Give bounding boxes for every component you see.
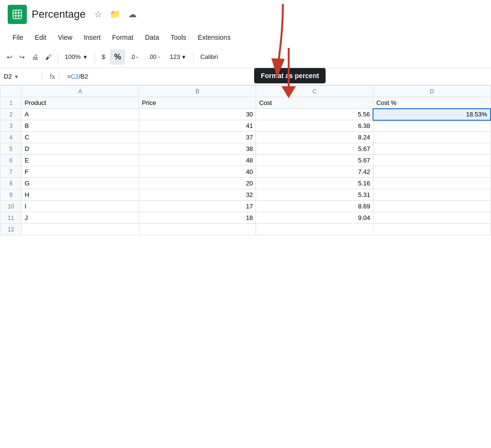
table-row: 5 D 38 5.67 [0, 143, 491, 155]
undo-button[interactable]: ↩ [4, 51, 15, 63]
cell-c12[interactable] [256, 224, 374, 235]
cell-c7[interactable]: 7.42 [256, 166, 374, 178]
cell-a2[interactable]: A [22, 109, 139, 120]
cell-d2[interactable]: 18.53% [373, 109, 491, 120]
cell-d11[interactable] [373, 212, 491, 224]
cell-a7[interactable]: F [22, 166, 139, 178]
menu-format[interactable]: Format [107, 32, 138, 43]
font-name: Calibri [200, 53, 218, 60]
row-num-11: 11 [0, 212, 22, 224]
table-row: 7 F 40 7.42 [0, 166, 491, 178]
svg-rect-0 [13, 10, 22, 19]
formula-bar: D2 ▼ fx =C2/B2 [0, 68, 491, 85]
cell-a9[interactable]: H [22, 189, 139, 201]
cell-c1[interactable]: Cost [256, 97, 374, 109]
col-header-b[interactable]: B [139, 86, 256, 97]
cell-a6[interactable]: E [22, 155, 139, 166]
separator-3 [193, 51, 194, 63]
more-formats-button[interactable]: 123 ▼ [166, 51, 190, 62]
menu-extensions[interactable]: Extensions [193, 32, 235, 43]
cell-b8[interactable]: 20 [139, 178, 256, 189]
cell-a10[interactable]: I [22, 201, 139, 212]
cell-a8[interactable]: G [22, 178, 139, 189]
cell-c9[interactable]: 5.31 [256, 189, 374, 201]
toolbar: ↩ ↪ 🖨 🖌 100% ▼ $ % .0← .00→ 123 ▼ Calibr… [0, 46, 491, 68]
cell-c10[interactable]: 8.69 [256, 201, 374, 212]
cell-b2[interactable]: 30 [139, 109, 256, 120]
decimal-inc-button[interactable]: .00→ [144, 52, 165, 62]
cell-c4[interactable]: 8.24 [256, 132, 374, 143]
cell-b10[interactable]: 17 [139, 201, 256, 212]
cell-c6[interactable]: 5.67 [256, 155, 374, 166]
font-button[interactable]: Calibri [197, 51, 222, 62]
cell-d7[interactable] [373, 166, 491, 178]
menu-edit[interactable]: Edit [30, 32, 51, 43]
cell-c11[interactable]: 9.04 [256, 212, 374, 224]
cell-a4[interactable]: C [22, 132, 139, 143]
zoom-button[interactable]: 100% ▼ [61, 51, 92, 62]
table-row: 3 B 41 6.38 [0, 120, 491, 132]
cell-b12[interactable] [139, 224, 256, 235]
table-row: 11 J 18 9.04 [0, 212, 491, 224]
col-header-c[interactable]: C [256, 86, 374, 97]
cell-b4[interactable]: 37 [139, 132, 256, 143]
cell-ref-chevron-icon: ▼ [14, 74, 19, 80]
cell-a5[interactable]: D [22, 143, 139, 155]
cell-b9[interactable]: 32 [139, 189, 256, 201]
redo-button[interactable]: ↪ [16, 51, 28, 63]
cell-b3[interactable]: 41 [139, 120, 256, 132]
row-num-10: 10 [0, 201, 22, 212]
cell-a3[interactable]: B [22, 120, 139, 132]
cell-c3[interactable]: 6.38 [256, 120, 374, 132]
col-header-a[interactable]: A [22, 86, 139, 97]
dollar-format-button[interactable]: $ [98, 51, 109, 62]
cell-c8[interactable]: 5.16 [256, 178, 374, 189]
row-num-4: 4 [0, 132, 22, 143]
folder-icon[interactable]: 📁 [108, 7, 122, 22]
column-headers-row: A B C D [0, 86, 491, 97]
cell-d12[interactable] [373, 224, 491, 235]
print-button[interactable]: 🖨 [29, 51, 41, 63]
cell-c5[interactable]: 5.67 [256, 143, 374, 155]
table-row: 2 A 30 5.56 18.53% [0, 109, 491, 120]
row-num-3: 3 [0, 120, 22, 132]
cell-b5[interactable]: 38 [139, 143, 256, 155]
cell-a1[interactable]: Product [22, 97, 139, 109]
cell-a12[interactable] [22, 224, 139, 235]
corner-cell [0, 86, 22, 97]
paint-format-button[interactable]: 🖌 [42, 51, 55, 63]
cell-reference-box[interactable]: D2 ▼ [4, 73, 42, 80]
table-row: 1 Product Price Cost Cost % [0, 97, 491, 109]
decimal-dec-button[interactable]: .0← [126, 52, 143, 62]
menu-file[interactable]: File [8, 32, 28, 43]
col-header-d[interactable]: D [373, 86, 491, 97]
cell-d9[interactable] [373, 189, 491, 201]
cell-d10[interactable] [373, 201, 491, 212]
cell-b11[interactable]: 18 [139, 212, 256, 224]
cell-b1[interactable]: Price [139, 97, 256, 109]
row-num-2: 2 [0, 109, 22, 120]
menu-data[interactable]: Data [140, 32, 164, 43]
cell-d6[interactable] [373, 155, 491, 166]
cell-b7[interactable]: 40 [139, 166, 256, 178]
menu-insert[interactable]: Insert [79, 32, 105, 43]
percent-format-button[interactable]: % [110, 49, 125, 65]
cell-b6[interactable]: 48 [139, 155, 256, 166]
row-num-12: 12 [0, 224, 22, 235]
cell-a11[interactable]: J [22, 212, 139, 224]
cell-d3[interactable] [373, 120, 491, 132]
cell-c2[interactable]: 5.56 [256, 109, 374, 120]
table-row: 4 C 37 8.24 [0, 132, 491, 143]
table-row: 12 [0, 224, 491, 235]
cloud-icon[interactable]: ☁ [126, 7, 139, 22]
row-num-9: 9 [0, 189, 22, 201]
cell-d4[interactable] [373, 132, 491, 143]
menu-tools[interactable]: Tools [166, 32, 191, 43]
star-icon[interactable]: ☆ [93, 7, 104, 22]
spreadsheet-grid: A B C D 1 Product Price Cost Cost % 2 A … [0, 85, 491, 235]
cell-d8[interactable] [373, 178, 491, 189]
doc-title: Percentage [32, 8, 86, 21]
cell-d1[interactable]: Cost % [373, 97, 491, 109]
menu-view[interactable]: View [53, 32, 77, 43]
cell-d5[interactable] [373, 143, 491, 155]
